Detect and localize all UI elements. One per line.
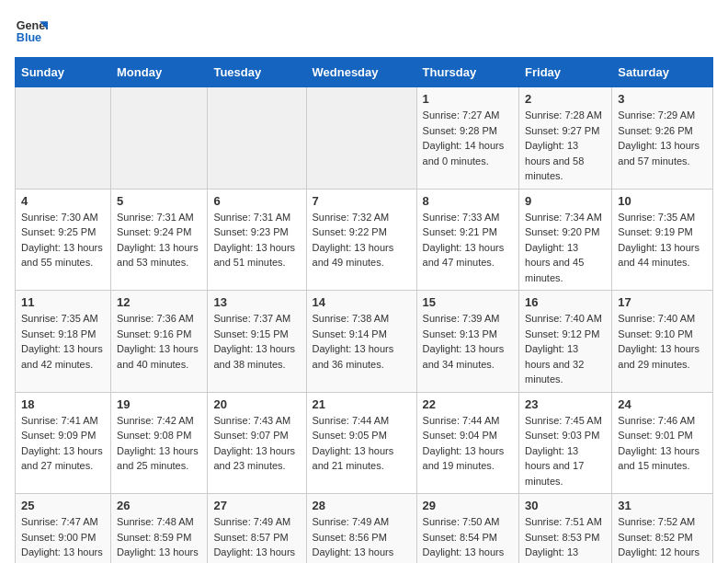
day-cell-17: 17Sunrise: 7:40 AMSunset: 9:10 PMDayligh…: [612, 291, 713, 393]
day-cell-24: 24Sunrise: 7:46 AMSunset: 9:01 PMDayligh…: [612, 392, 713, 494]
svg-text:Blue: Blue: [17, 31, 41, 44]
day-cell-21: 21Sunrise: 7:44 AMSunset: 9:05 PMDayligh…: [306, 392, 416, 494]
week-row-2: 4Sunrise: 7:30 AMSunset: 9:25 PMDaylight…: [16, 189, 713, 291]
day-cell-13: 13Sunrise: 7:37 AMSunset: 9:15 PMDayligh…: [208, 291, 306, 393]
day-number: 14: [313, 295, 411, 309]
day-info: Sunrise: 7:49 AMSunset: 8:57 PMDaylight:…: [213, 514, 300, 563]
day-info: Sunrise: 7:34 AMSunset: 9:20 PMDaylight:…: [525, 210, 606, 286]
day-number: 15: [423, 295, 513, 309]
day-info: Sunrise: 7:40 AMSunset: 9:12 PMDaylight:…: [525, 311, 606, 387]
day-cell-26: 26Sunrise: 7:48 AMSunset: 8:59 PMDayligh…: [111, 494, 208, 564]
day-number: 1: [423, 92, 513, 106]
day-info: Sunrise: 7:27 AMSunset: 9:28 PMDaylight:…: [423, 108, 513, 168]
day-number: 23: [525, 397, 606, 411]
day-header-tuesday: Tuesday: [208, 58, 306, 87]
day-cell-20: 20Sunrise: 7:43 AMSunset: 9:07 PMDayligh…: [208, 392, 306, 494]
day-header-thursday: Thursday: [416, 58, 518, 87]
day-number: 12: [117, 295, 201, 309]
day-number: 20: [213, 397, 300, 411]
day-number: 13: [213, 295, 300, 309]
day-number: 27: [213, 499, 300, 512]
day-number: 11: [21, 295, 105, 309]
week-row-5: 25Sunrise: 7:47 AMSunset: 9:00 PMDayligh…: [16, 494, 713, 564]
day-info: Sunrise: 7:39 AMSunset: 9:13 PMDaylight:…: [423, 311, 513, 372]
day-number: 9: [525, 194, 606, 208]
day-cell-15: 15Sunrise: 7:39 AMSunset: 9:13 PMDayligh…: [416, 291, 518, 393]
day-cell-2: 2Sunrise: 7:28 AMSunset: 9:27 PMDaylight…: [519, 87, 612, 190]
day-cell-5: 5Sunrise: 7:31 AMSunset: 9:24 PMDaylight…: [111, 189, 208, 291]
day-cell-empty: [306, 87, 416, 190]
day-number: 28: [313, 499, 411, 512]
day-cell-3: 3Sunrise: 7:29 AMSunset: 9:26 PMDaylight…: [612, 87, 713, 190]
day-header-monday: Monday: [111, 58, 208, 87]
day-number: 6: [213, 194, 300, 208]
day-number: 25: [21, 499, 105, 512]
day-info: Sunrise: 7:48 AMSunset: 8:59 PMDaylight:…: [117, 514, 201, 563]
day-header-friday: Friday: [519, 58, 612, 87]
day-cell-empty: [208, 87, 306, 190]
day-cell-1: 1Sunrise: 7:27 AMSunset: 9:28 PMDaylight…: [416, 87, 518, 190]
day-cell-30: 30Sunrise: 7:51 AMSunset: 8:53 PMDayligh…: [519, 494, 612, 564]
logo-icon: General Blue: [15, 15, 48, 48]
day-info: Sunrise: 7:51 AMSunset: 8:53 PMDaylight:…: [525, 514, 606, 563]
day-number: 16: [525, 295, 606, 309]
week-row-4: 18Sunrise: 7:41 AMSunset: 9:09 PMDayligh…: [16, 392, 713, 494]
day-number: 19: [117, 397, 201, 411]
day-cell-22: 22Sunrise: 7:44 AMSunset: 9:04 PMDayligh…: [416, 392, 518, 494]
day-number: 17: [618, 295, 707, 309]
day-cell-12: 12Sunrise: 7:36 AMSunset: 9:16 PMDayligh…: [111, 291, 208, 393]
day-info: Sunrise: 7:37 AMSunset: 9:15 PMDaylight:…: [213, 311, 300, 372]
week-row-3: 11Sunrise: 7:35 AMSunset: 9:18 PMDayligh…: [16, 291, 713, 393]
day-info: Sunrise: 7:29 AMSunset: 9:26 PMDaylight:…: [618, 108, 707, 168]
day-info: Sunrise: 7:31 AMSunset: 9:23 PMDaylight:…: [213, 210, 300, 270]
day-cell-18: 18Sunrise: 7:41 AMSunset: 9:09 PMDayligh…: [16, 392, 111, 494]
day-cell-9: 9Sunrise: 7:34 AMSunset: 9:20 PMDaylight…: [519, 189, 612, 291]
day-number: 29: [423, 499, 513, 512]
day-header-wednesday: Wednesday: [306, 58, 416, 87]
day-info: Sunrise: 7:52 AMSunset: 8:52 PMDaylight:…: [618, 514, 707, 563]
logo: General Blue: [15, 15, 48, 48]
week-row-1: 1Sunrise: 7:27 AMSunset: 9:28 PMDaylight…: [16, 87, 713, 190]
day-number: 4: [21, 194, 105, 208]
day-info: Sunrise: 7:46 AMSunset: 9:01 PMDaylight:…: [618, 413, 707, 474]
day-info: Sunrise: 7:32 AMSunset: 9:22 PMDaylight:…: [313, 210, 411, 270]
calendar-table: SundayMondayTuesdayWednesdayThursdayFrid…: [15, 57, 713, 563]
day-number: 7: [313, 194, 411, 208]
day-info: Sunrise: 7:30 AMSunset: 9:25 PMDaylight:…: [21, 210, 105, 270]
day-cell-27: 27Sunrise: 7:49 AMSunset: 8:57 PMDayligh…: [208, 494, 306, 564]
day-cell-25: 25Sunrise: 7:47 AMSunset: 9:00 PMDayligh…: [16, 494, 111, 564]
day-header-saturday: Saturday: [612, 58, 713, 87]
day-info: Sunrise: 7:44 AMSunset: 9:05 PMDaylight:…: [313, 413, 411, 474]
day-number: 10: [618, 194, 707, 208]
day-number: 21: [313, 397, 411, 411]
day-number: 22: [423, 397, 513, 411]
day-number: 31: [618, 499, 707, 512]
day-info: Sunrise: 7:50 AMSunset: 8:54 PMDaylight:…: [423, 514, 513, 563]
day-header-sunday: Sunday: [16, 58, 111, 87]
day-cell-31: 31Sunrise: 7:52 AMSunset: 8:52 PMDayligh…: [612, 494, 713, 564]
day-info: Sunrise: 7:41 AMSunset: 9:09 PMDaylight:…: [21, 413, 105, 474]
day-cell-28: 28Sunrise: 7:49 AMSunset: 8:56 PMDayligh…: [306, 494, 416, 564]
day-info: Sunrise: 7:45 AMSunset: 9:03 PMDaylight:…: [525, 413, 606, 489]
day-info: Sunrise: 7:40 AMSunset: 9:10 PMDaylight:…: [618, 311, 707, 372]
day-cell-6: 6Sunrise: 7:31 AMSunset: 9:23 PMDaylight…: [208, 189, 306, 291]
day-cell-29: 29Sunrise: 7:50 AMSunset: 8:54 PMDayligh…: [416, 494, 518, 564]
header-row: SundayMondayTuesdayWednesdayThursdayFrid…: [16, 58, 713, 87]
day-number: 26: [117, 499, 201, 512]
day-info: Sunrise: 7:35 AMSunset: 9:19 PMDaylight:…: [618, 210, 707, 270]
day-number: 30: [525, 499, 606, 512]
day-cell-8: 8Sunrise: 7:33 AMSunset: 9:21 PMDaylight…: [416, 189, 518, 291]
day-number: 3: [618, 92, 707, 106]
day-info: Sunrise: 7:44 AMSunset: 9:04 PMDaylight:…: [423, 413, 513, 474]
day-info: Sunrise: 7:49 AMSunset: 8:56 PMDaylight:…: [313, 514, 411, 563]
day-cell-19: 19Sunrise: 7:42 AMSunset: 9:08 PMDayligh…: [111, 392, 208, 494]
day-info: Sunrise: 7:35 AMSunset: 9:18 PMDaylight:…: [21, 311, 105, 372]
day-number: 24: [618, 397, 707, 411]
day-cell-14: 14Sunrise: 7:38 AMSunset: 9:14 PMDayligh…: [306, 291, 416, 393]
day-cell-empty: [111, 87, 208, 190]
day-cell-16: 16Sunrise: 7:40 AMSunset: 9:12 PMDayligh…: [519, 291, 612, 393]
day-number: 5: [117, 194, 201, 208]
day-number: 18: [21, 397, 105, 411]
header: General Blue: [15, 15, 713, 48]
day-cell-4: 4Sunrise: 7:30 AMSunset: 9:25 PMDaylight…: [16, 189, 111, 291]
